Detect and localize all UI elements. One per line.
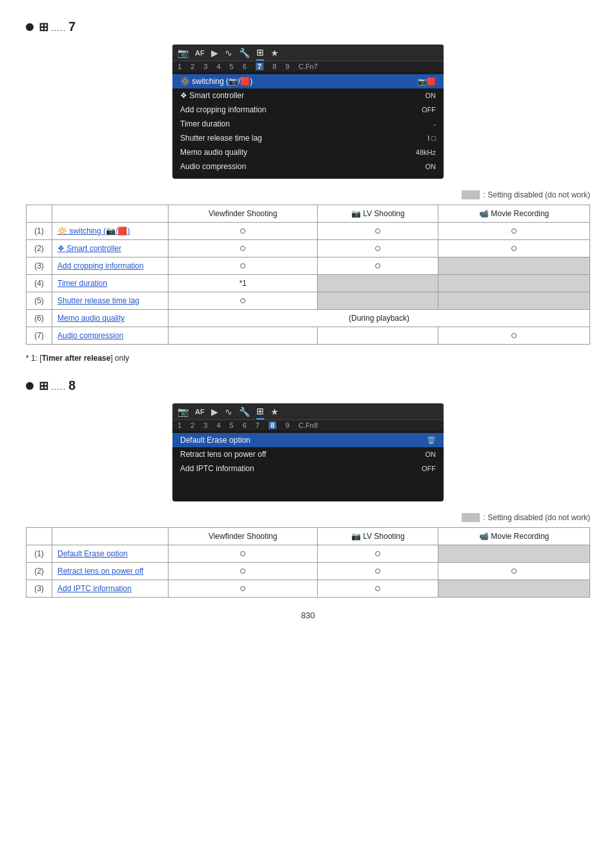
camera-menu-8-rows: Default Erase option 🗑️ Retract lens on … [172, 430, 444, 499]
mv-7-5-gray [438, 292, 590, 310]
menu-row-7-5-label: Shutter release time lag [180, 134, 422, 143]
th-lv-7: 📷 LV Shooting [318, 205, 438, 223]
menu-row-7-2-label: ❖ Smart controller [180, 91, 420, 100]
label-col-8-2[interactable]: Retract lens on power off [52, 563, 169, 580]
menu-row-7-7-value: ON [426, 163, 436, 170]
label-col-7-3[interactable]: Add cropping information [52, 257, 169, 275]
num-6-8: 6 [243, 421, 247, 429]
vf-7-2 [169, 240, 318, 257]
vf-7-3 [169, 257, 318, 275]
circle-icon [240, 228, 245, 234]
lv-8-3 [318, 580, 438, 598]
vf-lv-mv-7-6-playback: (During playback) [169, 310, 590, 327]
camera-menu-7-tabs: 📷 AF ▶ ∿ 🔧 ⊞ ★ [172, 45, 444, 61]
label-col-7-6[interactable]: Memo audio quality [52, 310, 169, 327]
tab-grid-active-8: ⊞ [256, 406, 264, 419]
menu-row-7-1-label: 🔆 switching (📷/🟥) [180, 77, 413, 86]
label-col-7-1[interactable]: 🔆 switching (📷/🟥) [52, 223, 169, 240]
num-col-7-4: (4) [26, 275, 52, 292]
menu-row-7-6-value: 48kHz [416, 148, 436, 156]
circle-icon [375, 246, 380, 251]
circle-icon [240, 569, 245, 574]
tab-star: ★ [271, 48, 279, 60]
num-5: 5 [230, 63, 234, 70]
section-7-header: ⊞.....7 [26, 19, 590, 34]
menu-row-8-5 [172, 481, 444, 486]
menu-row-7-5-value: I □ [427, 134, 436, 142]
vf-7-7 [169, 327, 318, 345]
num-col-8-3: (3) [26, 580, 52, 598]
num-2: 2 [190, 63, 194, 70]
menu-row-8-6 [172, 486, 444, 491]
label-col-7-4[interactable]: Timer duration [52, 275, 169, 292]
num-col-8-2: (2) [26, 563, 52, 580]
num-1-8: 1 [178, 421, 181, 429]
tab-play: ▶ [211, 48, 218, 60]
th-empty-1-8 [26, 528, 52, 545]
num-col-7-3: (3) [26, 257, 52, 275]
menu-row-8-2-value: ON [426, 450, 436, 458]
table-row-7-7: (7) Audio compression [26, 327, 590, 345]
circle-icon [511, 228, 517, 234]
circle-icon [511, 246, 517, 251]
table-row-7-5: (5) Shutter release time lag [26, 292, 590, 310]
tab-camera-8: 📷 [178, 407, 189, 419]
avail-table-7: Viewfinder Shooting 📷 LV Shooting 📹 Movi… [26, 205, 590, 345]
dots-8: ..... [51, 382, 66, 392]
tab-af: AF [195, 49, 205, 59]
table-row-7-3: (3) Add cropping information [26, 257, 590, 275]
circle-icon [240, 298, 245, 303]
menu-row-8-1-value: 🗑️ [427, 436, 436, 445]
circle-icon [375, 228, 380, 234]
mv-7-7 [438, 327, 590, 345]
circle-icon [375, 569, 380, 574]
page-number: 830 [26, 611, 590, 620]
num-4: 4 [216, 63, 220, 70]
circle-icon [240, 551, 245, 556]
th-mv-7: 📹 Movie Recording [438, 205, 590, 223]
tab-wrench: 🔧 [239, 48, 250, 60]
label-col-7-7[interactable]: Audio compression [52, 327, 169, 345]
table-row-8-3: (3) Add IPTC information [26, 580, 590, 598]
lv-7-4-gray [318, 275, 438, 292]
mv-7-1 [438, 223, 590, 240]
gray-box-7 [462, 190, 480, 199]
circle-icon [511, 333, 517, 338]
label-col-8-3[interactable]: Add IPTC information [52, 580, 169, 598]
num-col-8-1: (1) [26, 545, 52, 563]
dots-7: ..... [51, 23, 66, 33]
menu-row-8-2: Retract lens on power off ON [172, 447, 444, 461]
label-col-7-5[interactable]: Shutter release time lag [52, 292, 169, 310]
setting-note-8: : Setting disabled (do not work) [26, 513, 590, 522]
menu-row-7-7-label: Audio compression [180, 162, 420, 171]
num-6: 6 [243, 63, 247, 70]
th-empty-2-7 [52, 205, 169, 223]
mv-8-1-gray [438, 545, 590, 563]
section-8: ⊞.....8 📷 AF ▶ ∿ 🔧 ⊞ ★ 1 2 3 4 5 6 7 8 9… [26, 378, 590, 598]
menu-row-8-1-label: Default Erase option [180, 436, 422, 445]
tab-wave: ∿ [225, 48, 232, 60]
menu-row-7-1: 🔆 switching (📷/🟥) 📷🟥 [172, 74, 444, 88]
lv-8-2 [318, 563, 438, 580]
camera-menu-7: 📷 AF ▶ ∿ 🔧 ⊞ ★ 1 2 3 4 5 6 7 8 9 C.Fn7 🔆… [172, 45, 444, 179]
circle-icon [375, 551, 380, 556]
table-row-7-2: (2) ❖ Smart controller [26, 240, 590, 257]
tab-wrench-8: 🔧 [239, 407, 250, 419]
lv-7-2 [318, 240, 438, 257]
section-7: ⊞.....7 📷 AF ▶ ∿ 🔧 ⊞ ★ 1 2 3 4 5 6 7 8 9… [26, 19, 590, 363]
setting-note-text-7: : Setting disabled (do not work) [484, 190, 590, 199]
num-9-8: 9 [285, 421, 289, 429]
footnote-7-bold: Timer after release [42, 354, 111, 363]
table-row-7-4: (4) Timer duration *1 [26, 275, 590, 292]
section-7-num: 7 [68, 19, 76, 34]
section-8-header: ⊞.....8 [26, 378, 590, 393]
num-9: 9 [285, 63, 289, 70]
label-col-8-1[interactable]: Default Erase option [52, 545, 169, 563]
menu-row-7-2-value: ON [426, 92, 436, 99]
menu-row-7-1-value: 📷🟥 [418, 77, 436, 86]
menu-row-8-4 [172, 476, 444, 481]
label-col-7-2[interactable]: ❖ Smart controller [52, 240, 169, 257]
tab-grid-active-7: ⊞ [256, 47, 264, 61]
vf-8-3 [169, 580, 318, 598]
num-col-7-5: (5) [26, 292, 52, 310]
